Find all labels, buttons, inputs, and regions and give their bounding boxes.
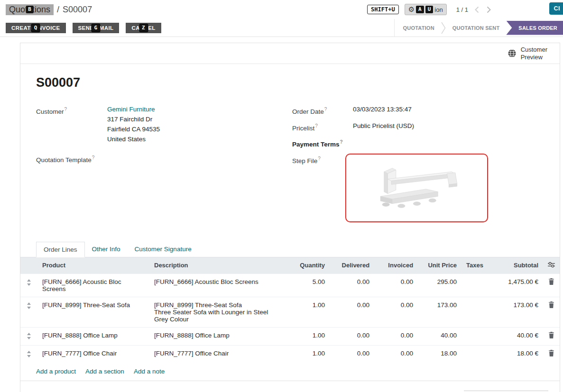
drag-handle-icon[interactable] bbox=[27, 350, 31, 359]
step-file-image[interactable] bbox=[345, 154, 488, 222]
status-quotation[interactable]: QUOTATION bbox=[397, 21, 441, 35]
add-product-link[interactable]: Add a product bbox=[36, 368, 76, 375]
help-icon: ? bbox=[92, 155, 95, 160]
drag-handle-icon[interactable] bbox=[27, 278, 31, 287]
kbd-hint-ci[interactable]: CI bbox=[549, 2, 563, 15]
cell-description[interactable]: [FURN_8888] Office Lamp bbox=[149, 327, 288, 345]
payment-terms-label: Payment Terms? bbox=[292, 137, 353, 149]
customer-address-line: Fairfield CA 94535 bbox=[107, 124, 160, 134]
sheet-footer: Terms and conditions... Total: 1,706.00 … bbox=[20, 381, 560, 392]
customer-preview-link[interactable]: Customer Preview bbox=[508, 46, 547, 61]
kbd-hint-b: B bbox=[26, 6, 34, 13]
help-icon: ? bbox=[324, 107, 327, 112]
cell-description[interactable]: [FURN_6666] Acoustic Bloc Screens bbox=[149, 273, 288, 297]
cell-invoiced[interactable]: 0.00 bbox=[374, 327, 418, 345]
field-group-left: Customer? Gemini Furniture 317 Fairchild… bbox=[36, 104, 292, 227]
create-invoice-button[interactable]: CREATE INVOICE Q bbox=[6, 23, 66, 33]
pager-next-icon[interactable] bbox=[486, 5, 492, 14]
customer-address-line: United States bbox=[107, 134, 160, 144]
customer-field: Customer? Gemini Furniture 317 Fairchild… bbox=[36, 104, 292, 144]
cell-quantity[interactable]: 1.00 bbox=[288, 327, 330, 345]
status-quotation-sent[interactable]: QUOTATION SENT bbox=[446, 21, 507, 35]
field-groups: Customer? Gemini Furniture 317 Fairchild… bbox=[36, 104, 548, 227]
quotation-template-field[interactable]: Quotation Template? bbox=[36, 153, 292, 165]
status-sales-order[interactable]: SALES ORDER bbox=[506, 21, 563, 35]
cell-description[interactable]: [FURN_8999] Three-Seat SofaThree Seater … bbox=[149, 297, 288, 327]
column-header-description: Description bbox=[149, 257, 288, 274]
cell-description[interactable]: [FURN_7777] Office Chair bbox=[149, 345, 288, 363]
gear-icon: ⚙ bbox=[408, 5, 415, 14]
delete-line-icon[interactable] bbox=[548, 302, 554, 310]
column-header-delivered: Delivered bbox=[330, 257, 374, 274]
column-header-taxes: Taxes bbox=[461, 257, 488, 274]
kbd-hint-a: A bbox=[416, 6, 424, 13]
send-email-button[interactable]: SEND EMAIL G bbox=[73, 23, 120, 33]
breadcrumb-separator: / bbox=[57, 5, 59, 15]
tab-order-lines[interactable]: Order Lines bbox=[36, 242, 85, 257]
cell-delivered[interactable]: 0.00 bbox=[330, 297, 374, 327]
pricelist-value[interactable]: Public Pricelist (USD) bbox=[353, 121, 414, 133]
drag-handle-icon[interactable] bbox=[27, 301, 31, 310]
top-navbar: Quotations B / S00007 SHIFT+U ⚙ A U ion … bbox=[0, 0, 563, 19]
cell-subtotal: 173.00 € bbox=[488, 297, 543, 327]
kbd-hint-q: Q bbox=[32, 24, 40, 32]
cell-taxes[interactable] bbox=[461, 345, 488, 363]
pager-counter: 1 / 1 bbox=[456, 6, 468, 13]
step-file-label: Step File? bbox=[292, 154, 353, 222]
cell-unit-price[interactable]: 18.00 bbox=[418, 345, 461, 363]
table-row: [FURN_6666] Acoustic Bloc Screens [FURN_… bbox=[20, 273, 560, 297]
customer-name-link[interactable]: Gemini Furniture bbox=[107, 106, 155, 113]
field-group-right: Order Date? 03/03/2023 13:35:47 Pricelis… bbox=[292, 104, 548, 227]
handle-column-header bbox=[20, 257, 37, 274]
cell-quantity[interactable]: 1.00 bbox=[288, 297, 330, 327]
kbd-hint-shift-u: SHIFT+U bbox=[367, 5, 399, 14]
cell-product[interactable]: [FURN_8888] Office Lamp bbox=[37, 327, 149, 345]
add-section-link[interactable]: Add a section bbox=[85, 368, 124, 375]
optional-columns-icon[interactable] bbox=[548, 262, 555, 269]
cell-invoiced[interactable]: 0.00 bbox=[374, 273, 418, 297]
cell-taxes[interactable] bbox=[461, 327, 488, 345]
cell-product[interactable]: [FURN_8999] Three-Seat Sofa bbox=[37, 297, 149, 327]
cell-taxes[interactable] bbox=[461, 273, 488, 297]
status-separator-icon bbox=[441, 21, 446, 35]
cell-delivered[interactable]: 0.00 bbox=[330, 327, 374, 345]
breadcrumb-quotations-link[interactable]: Quotations B bbox=[6, 4, 54, 15]
cell-unit-price[interactable]: 295.00 bbox=[418, 273, 461, 297]
cell-invoiced[interactable]: 0.00 bbox=[374, 297, 418, 327]
cell-unit-price[interactable]: 173.00 bbox=[418, 297, 461, 327]
topbar-controls: SHIFT+U ⚙ A U ion 1 / 1 bbox=[367, 4, 492, 15]
column-header-invoiced: Invoiced bbox=[374, 257, 418, 274]
column-header-quantity: Quantity bbox=[288, 257, 330, 274]
payment-terms-field[interactable]: Payment Terms? bbox=[292, 137, 548, 149]
action-buttons: CREATE INVOICE Q SEND EMAIL G CANCEL Z bbox=[6, 19, 161, 36]
cell-product[interactable]: [FURN_7777] Office Chair bbox=[37, 345, 149, 363]
delete-line-icon[interactable] bbox=[548, 351, 554, 358]
cell-quantity[interactable]: 5.00 bbox=[288, 273, 330, 297]
line-add-links: Add a product Add a section Add a note bbox=[20, 363, 560, 381]
cell-taxes[interactable] bbox=[461, 297, 488, 327]
cell-quantity[interactable]: 1.00 bbox=[288, 345, 330, 363]
add-note-link[interactable]: Add a note bbox=[134, 368, 165, 375]
statusbar: QUOTATION QUOTATION SENT SALES ORDER bbox=[394, 19, 563, 36]
cell-delivered[interactable]: 0.00 bbox=[330, 345, 374, 363]
cell-subtotal: 1,475.00 € bbox=[488, 273, 543, 297]
cell-invoiced[interactable]: 0.00 bbox=[374, 345, 418, 363]
action-menu-button[interactable]: ⚙ A U ion bbox=[405, 4, 447, 15]
cancel-button[interactable]: CANCEL Z bbox=[126, 23, 161, 33]
cell-product[interactable]: [FURN_6666] Acoustic Bloc Screens bbox=[37, 273, 149, 297]
pager-previous-icon[interactable] bbox=[474, 5, 480, 14]
tab-other-info[interactable]: Other Info bbox=[85, 242, 128, 257]
help-icon: ? bbox=[65, 107, 67, 112]
tab-customer-signature[interactable]: Customer Signature bbox=[128, 242, 199, 257]
terms-and-conditions-input[interactable]: Terms and conditions... bbox=[36, 391, 102, 392]
delete-line-icon[interactable] bbox=[548, 333, 554, 340]
drag-handle-icon[interactable] bbox=[27, 332, 31, 341]
form-sheet: Customer Preview S00007 Customer? Gemini… bbox=[20, 43, 560, 392]
record-title: S00007 bbox=[36, 75, 548, 90]
order-date-value[interactable]: 03/03/2023 13:35:47 bbox=[353, 104, 412, 117]
step-file-field: Step File? bbox=[292, 154, 548, 222]
column-header-unit-price: Unit Price bbox=[418, 257, 461, 274]
cell-unit-price[interactable]: 40.00 bbox=[418, 327, 461, 345]
delete-line-icon[interactable] bbox=[548, 279, 554, 286]
cell-delivered[interactable]: 0.00 bbox=[330, 273, 374, 297]
